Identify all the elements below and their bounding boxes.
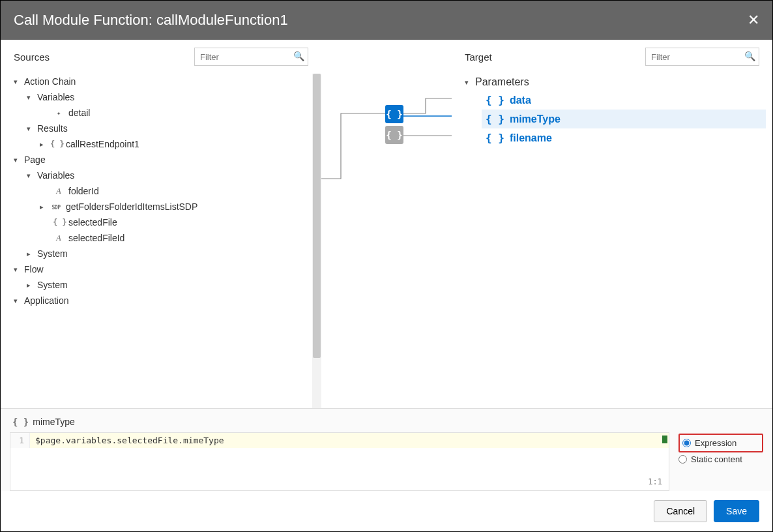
mode-radios: Expression Static content: [678, 432, 763, 466]
tree-folderid[interactable]: folderId: [14, 183, 311, 199]
dialog-body: Sources 🔍 Action Chain Variables detail: [1, 40, 772, 531]
tree-detail[interactable]: detail: [14, 105, 311, 121]
mapping-badge-active[interactable]: { }: [385, 105, 403, 123]
selected-target-path: { } mimeType: [10, 414, 763, 432]
tree-action-chain[interactable]: Action Chain: [14, 74, 311, 89]
close-icon[interactable]: ✕: [748, 12, 759, 29]
code-editor[interactable]: 1 $page.variables.selectedFile.mimeType …: [10, 432, 669, 491]
sources-panel: Sources 🔍 Action Chain Variables detail: [1, 40, 321, 408]
tree-selectedfile[interactable]: { }selectedFile: [14, 214, 311, 230]
var-icon: [53, 186, 65, 196]
line-number: 1: [10, 433, 30, 448]
tree-page[interactable]: Page: [14, 152, 311, 168]
tree-system-flow[interactable]: System: [14, 277, 311, 293]
cursor-position: 1:1: [648, 477, 662, 486]
tree-application[interactable]: Application: [14, 293, 311, 308]
tree-results[interactable]: Results: [14, 121, 311, 136]
editor-row: 1 $page.variables.selectedFile.mimeType …: [10, 432, 763, 491]
expression-editor-section: { } mimeType 1 $page.variables.selectedF…: [1, 408, 772, 491]
scrollbar-thumb[interactable]: [313, 74, 321, 358]
radio-static-input[interactable]: [678, 455, 687, 464]
titlebar: Call Module Function: callModuleFunction…: [1, 1, 772, 40]
radio-static[interactable]: Static content: [678, 452, 763, 466]
dialog-root: Call Module Function: callModuleFunction…: [0, 0, 773, 532]
braces-icon: { }: [486, 132, 504, 144]
sources-filter: 🔍: [194, 48, 308, 66]
highlight-expression: Expression: [678, 434, 763, 452]
save-button[interactable]: Save: [714, 500, 759, 522]
detail-icon: [53, 108, 65, 117]
valid-indicator-icon: [662, 436, 667, 443]
braces-icon: { }: [486, 94, 504, 106]
param-mimetype[interactable]: { }mimeType: [482, 110, 766, 128]
target-panel: Target 🔍 Parameters { }data { }mimeType …: [452, 40, 772, 408]
mapping-badge[interactable]: { }: [385, 126, 403, 144]
sources-heading: Sources: [14, 52, 50, 63]
braces-icon: { }: [53, 218, 65, 227]
sdp-icon: [50, 202, 62, 211]
tree-system-page[interactable]: System: [14, 246, 311, 261]
tree-callrest[interactable]: { }callRestEndpoint1: [14, 136, 311, 152]
braces-icon: { }: [12, 417, 29, 427]
target-filter: 🔍: [645, 48, 759, 66]
target-parameters[interactable]: Parameters: [465, 74, 766, 91]
braces-icon: { }: [486, 113, 504, 125]
sources-scroll: Action Chain Variables detail Results { …: [1, 74, 321, 408]
var-icon: [53, 233, 65, 243]
selected-target-label: mimeType: [33, 417, 75, 427]
tree-sdp[interactable]: getFoldersFolderIdItemsListSDP: [14, 199, 311, 214]
connector-area: { } { }: [321, 40, 452, 408]
target-tree: Parameters { }data { }mimeType { }filena…: [452, 74, 772, 408]
sources-tree: Action Chain Variables detail Results { …: [1, 74, 321, 408]
radio-expression[interactable]: Expression: [682, 436, 759, 450]
mapping-area: Sources 🔍 Action Chain Variables detail: [1, 40, 772, 408]
tree-variables[interactable]: Variables: [14, 89, 311, 105]
target-header: Target 🔍: [452, 40, 772, 74]
sources-header: Sources 🔍: [1, 40, 321, 74]
tree-page-variables[interactable]: Variables: [14, 168, 311, 183]
param-data[interactable]: { }data: [482, 91, 766, 110]
tree-flow[interactable]: Flow: [14, 261, 311, 277]
dialog-title: Call Module Function: callModuleFunction…: [14, 12, 288, 29]
dialog-footer: Cancel Save: [1, 491, 772, 531]
radio-expression-input[interactable]: [682, 439, 691, 447]
sources-filter-input[interactable]: [194, 48, 308, 66]
code-text[interactable]: $page.variables.selectedFile.mimeType: [30, 433, 669, 448]
cancel-button[interactable]: Cancel: [654, 500, 707, 522]
braces-icon: { }: [50, 140, 62, 149]
param-filename[interactable]: { }filename: [482, 128, 766, 147]
target-heading: Target: [465, 52, 492, 63]
tree-selectedfileid[interactable]: selectedFileId: [14, 230, 311, 246]
scrollbar[interactable]: [312, 74, 321, 408]
target-filter-input[interactable]: [645, 48, 759, 66]
